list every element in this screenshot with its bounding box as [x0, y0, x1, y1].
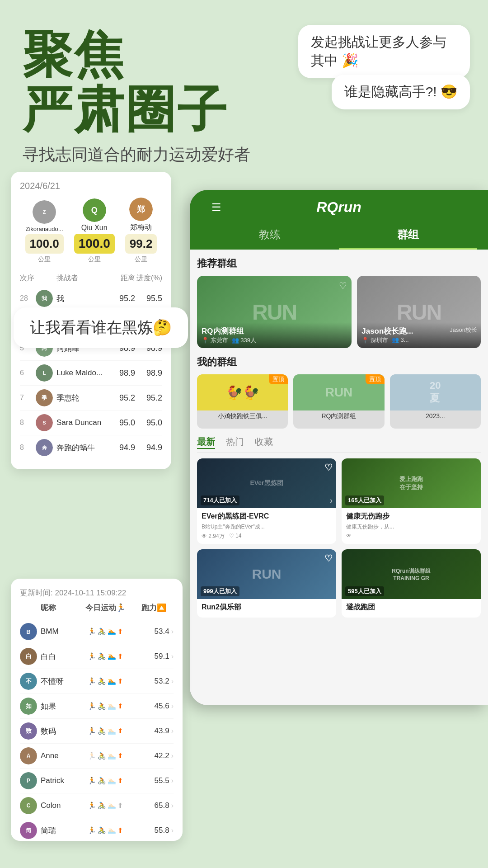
phone-header: ☰ RQrun 教练 群组 [190, 190, 488, 250]
tab-hot[interactable]: 热门 [226, 436, 244, 449]
community-row-2: RUN ♡ 999人已加入 Run2俱乐部 RQrun训练群组TRAINING … [197, 549, 481, 618]
phone-top-bar: ☰ RQrun [201, 199, 477, 221]
heart-icon[interactable]: ♡ [339, 280, 347, 291]
user-bmm: BMM [41, 627, 73, 636]
healthy-title: 健康无伤跑步 [346, 512, 476, 521]
members-count: 👥 339人 [232, 336, 256, 344]
top-user-3: 郑 郑梅动 99.2 公里 [125, 198, 157, 264]
community-card-healthy[interactable]: 爱上跑跑在于坚持 165人已加入 健康无伤跑步 健康无伤跑步，从... 👁 [342, 458, 481, 544]
recommended-group-cards: RUN ♡ RQ内测群组 📍 东莞市 👥 339人 RUN Jason校长 [197, 276, 481, 348]
my-group-2023[interactable]: 20夏 2023... [390, 374, 481, 429]
phone-mockup: ☰ RQrun 教练 群组 推荐群组 RUN ♡ RQ内测群组 📍 东莞市 [190, 190, 488, 705]
phone-tab-row: 教练 群组 [201, 221, 477, 250]
list-item: C Colon 🏃🚴🏊⬆ 65.8 › [20, 793, 174, 818]
community-cards: EVer黑炼团 ♡ 714人已加入 › EVer的黑练团-EVRC B站Up主"… [197, 458, 481, 618]
list-item: 不 不懂呀 🏃🚴🏊⬆ 53.2 › [20, 669, 174, 694]
community-row-1: EVer黑炼团 ♡ 714人已加入 › EVer的黑练团-EVRC B站Up主"… [197, 458, 481, 544]
card-date: 2024/6/21 [20, 181, 162, 191]
top1-name: Zikoranaudo... [26, 226, 63, 232]
my-groups-title: 我的群组 [197, 355, 481, 369]
top1-distance: 100.0 [25, 234, 64, 254]
user-jianrui: 简瑞 [41, 826, 73, 836]
top2-distance: 100.0 [74, 234, 115, 254]
my-group-rq[interactable]: RUN 置顶 RQ内测群组 [293, 374, 384, 429]
top-user-2: Q Qiu Xun 100.0 公里 [74, 198, 115, 264]
view-icon: 👁 2.94万 [202, 533, 225, 540]
avoidance-title: 避战跑团 [346, 603, 476, 612]
list-item: 数 数码 🏃🚴🏊⬆ 43.9 › [20, 719, 174, 744]
ever-desc: B站Up主"奔跑的EVer"成... [202, 523, 332, 531]
content-tabs: 最新 热门 收藏 [197, 436, 481, 453]
hamburger-icon[interactable]: ☰ [211, 201, 221, 214]
view-icon-2: 👁 [346, 533, 352, 539]
jason-label: Jason校长 [450, 326, 477, 334]
group-card-rq[interactable]: RUN ♡ RQ内测群组 📍 东莞市 👥 339人 [197, 276, 352, 348]
community-card-run2[interactable]: RUN ♡ 999人已加入 Run2俱乐部 [197, 549, 336, 618]
speech-bubble-challenge: 发起挑战让更多人参与其中 🎉 [298, 25, 470, 78]
lb-header: 次序 挑战者 距离 进度(%) [20, 271, 162, 286]
location-icon: 📍 东莞市 [202, 336, 228, 344]
col-score: 跑力🔼 [135, 603, 166, 613]
group-meta: 📍 东莞市 👥 339人 [202, 336, 347, 344]
location2-icon: 📍 深圳市 [361, 336, 388, 344]
ever-stats: 👁 2.94万 ♡ 14 [202, 533, 332, 540]
list-item: 白 白白 🏃🚴🏊⬆ 59.1 › [20, 644, 174, 669]
user-ruguo: 如果 [41, 701, 73, 712]
table-row: 8 S Sara Duncan 95.0 95.0 [20, 410, 162, 435]
group-card-info-2: Jason校长 Jason校长跑... 📍 深圳市 👥 3... [357, 322, 481, 348]
community-card-body-run2: Run2俱乐部 [197, 599, 336, 618]
tab-favorites[interactable]: 收藏 [255, 436, 273, 449]
group-card-info: RQ内测群组 📍 东莞市 👥 339人 [197, 322, 352, 348]
leaderboard-table: 次序 挑战者 距离 进度(%) 28 我 我 95.2 95.5 4 郡 郡玉 … [20, 271, 162, 460]
app-name: RQrun [316, 199, 361, 216]
heart-icon-ever[interactable]: ♡ [324, 462, 333, 473]
user-baibai: 白白 [41, 651, 73, 662]
table-row: 7 季 季惠轮 95.2 95.2 [20, 386, 162, 410]
list-item: A Anne 🏃🚴🏊⬆ 42.2 › [20, 744, 174, 769]
user-budongya: 不懂呀 [41, 676, 73, 687]
list-item: 如 如果 🏃🚴🏊⬆ 45.6 › [20, 694, 174, 719]
hero-subtitle: 寻找志同道合的耐力运动爱好者 [23, 144, 465, 166]
recommended-groups-title: 推荐群组 [197, 257, 481, 270]
list-item: 简 简瑞 🏃🚴🏊⬆ 55.8 › [20, 818, 174, 841]
user-patrick: Patrick [41, 776, 73, 785]
phone-content: 推荐群组 RUN ♡ RQ内测群组 📍 东莞市 👥 339人 RUN [190, 250, 488, 705]
my-groups-row: 🐓🐓 置顶 小鸡快跑铁三俱... RUN 置顶 RQ内测群组 20夏 2023.… [197, 374, 481, 429]
healthy-stats: 👁 [346, 533, 476, 539]
col-name: 昵称 [41, 603, 76, 613]
tab-coach[interactable]: 教练 [201, 221, 339, 250]
my-group-name-2: RQ内测群组 [293, 410, 384, 422]
activity-card: 更新时间: 2024-10-11 15:09:22 昵称 今日运动🏃 跑力🔼 B… [11, 579, 183, 841]
arrow-icon: › [330, 496, 333, 505]
table-row: 8 奔 奔跑的蜗牛 94.9 94.9 [20, 435, 162, 460]
list-item: P Patrick 🏃🚴🏊⬆ 55.5 › [20, 769, 174, 793]
run2-title: Run2俱乐部 [202, 603, 332, 612]
join-count-run2: 999人已加入 [201, 586, 239, 596]
join-count-ever: 714人已加入 [201, 495, 239, 505]
group-name: RQ内测群组 [202, 326, 347, 336]
ever-title: EVer的黑练团-EVRC [202, 512, 332, 521]
tab-group[interactable]: 群组 [339, 221, 477, 250]
speech-bubble-watch: 让我看看谁在黑炼🤔 [14, 307, 188, 348]
community-card-ever[interactable]: EVer黑炼团 ♡ 714人已加入 › EVer的黑练团-EVRC B站Up主"… [197, 458, 336, 544]
top-user-1: Z Zikoranaudo... 100.0 公里 [25, 200, 64, 264]
healthy-desc: 健康无伤跑步，从... [346, 523, 476, 531]
my-group-chicken[interactable]: 🐓🐓 置顶 小鸡快跑铁三俱... [197, 374, 288, 429]
group-card-jason[interactable]: RUN Jason校长 Jason校长跑... 📍 深圳市 👥 3... [357, 276, 481, 348]
my-group-name-3: 2023... [390, 410, 481, 421]
community-card-avoidance[interactable]: RQrun训练群组TRAINING GR 595人已加入 避战跑团 [342, 549, 481, 618]
top3-name: 郑梅动 [130, 223, 152, 232]
phone-screen: ☰ RQrun 教练 群组 推荐群组 RUN ♡ RQ内测群组 📍 东莞市 [190, 190, 488, 705]
community-card-body-avoid: 避战跑团 [342, 599, 481, 618]
group-meta-2: 📍 深圳市 👥 3... [361, 336, 476, 344]
heart-icon-run2[interactable]: ♡ [324, 553, 333, 564]
tab-latest[interactable]: 最新 [197, 436, 215, 449]
col-sports: 今日运动🏃 [76, 603, 135, 613]
user-shuma: 数码 [41, 726, 73, 736]
speech-bubble-hidden: 谁是隐藏高手?! 😎 [332, 75, 470, 109]
top3-distance: 99.2 [125, 234, 157, 254]
community-card-body-ever: EVer的黑练团-EVRC B站Up主"奔跑的EVer"成... 👁 2.94万… [197, 508, 336, 544]
list-item: B BMM 🏃🚴🏊⬆ 53.4 › [20, 619, 174, 644]
top2-name: Qiu Xun [81, 224, 108, 232]
table-row: 6 L Luke Maldo... 98.9 98.9 [20, 361, 162, 386]
